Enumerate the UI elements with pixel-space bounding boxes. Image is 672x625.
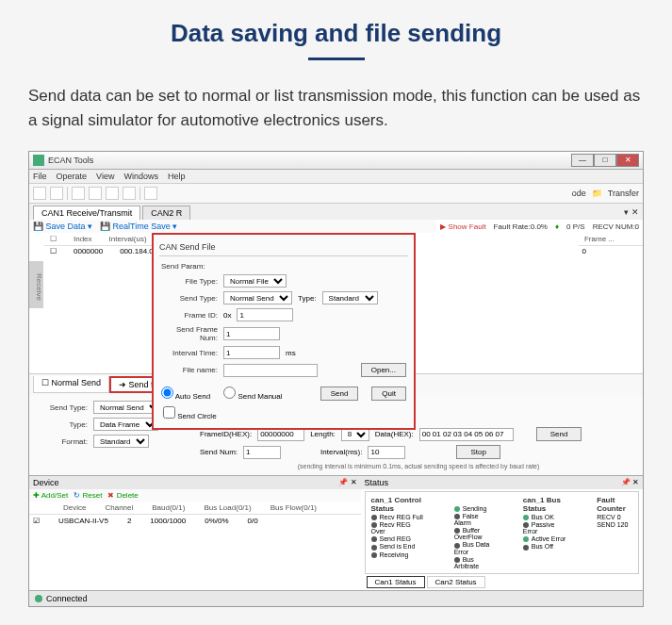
can-send-file-dialog: CAN Send File Send Param: File Type: Nor… xyxy=(152,233,416,430)
fault-rate: Fault Rate:0.0% xyxy=(494,222,548,231)
delete-button[interactable]: ✖ Delete xyxy=(107,491,138,500)
pause-icon[interactable] xyxy=(106,187,119,200)
file-type-select[interactable]: Normal File xyxy=(223,274,287,288)
new-icon[interactable] xyxy=(33,187,46,200)
device-row[interactable]: ☑ USBCAN-II-V5 2 1000/1000 0%/0% 0/0 xyxy=(29,515,361,527)
ps-value: 0 P/S xyxy=(566,222,585,231)
dialog-quit-button[interactable]: Quit xyxy=(371,387,406,401)
send-type-select[interactable]: Normal Send xyxy=(223,291,292,304)
add-set-button[interactable]: ✚ Add/Set xyxy=(33,491,68,500)
menu-view[interactable]: View xyxy=(96,172,114,181)
send-frame-num-input[interactable] xyxy=(223,327,280,340)
status-panel: can_1 Control Status Recv REG Full Recv … xyxy=(365,491,639,574)
type-select[interactable]: Standard xyxy=(322,291,378,304)
page-description: Send data can be set to normal or list t… xyxy=(0,70,672,146)
connected-led-icon xyxy=(35,595,42,602)
statusbar: Connected xyxy=(29,590,643,606)
status-panel-title: Status xyxy=(365,478,389,487)
tab-can1[interactable]: CAN1 Receive/Transmit xyxy=(33,206,140,220)
filter-icon[interactable] xyxy=(144,187,157,200)
ode-label: ode xyxy=(572,189,586,198)
folder-icon: 📁 xyxy=(592,189,602,198)
frame-type-select[interactable]: Data Frame xyxy=(93,418,158,431)
dialog-title: CAN Send File xyxy=(159,240,408,255)
recv-num: RECV NUM:0 xyxy=(593,222,639,231)
save-data-button[interactable]: 💾 Save Data ▾ xyxy=(33,222,92,231)
format-select[interactable]: Standard xyxy=(93,435,149,448)
sending-note: (sending interval is minimum 0.1ms, actu… xyxy=(200,461,637,471)
page-header: Data saving and file sending xyxy=(0,0,672,70)
menu-operate[interactable]: Operate xyxy=(57,172,88,181)
transfer-label[interactable]: Transfer xyxy=(608,189,639,198)
channel-tabs: CAN1 Receive/Transmit CAN2 R xyxy=(29,204,196,220)
send-num-input[interactable] xyxy=(243,446,281,459)
window-title: ECAN Tools xyxy=(48,156,571,165)
send-param-label: Send Param: xyxy=(161,260,406,272)
titlebar: ECAN Tools — □ ✕ xyxy=(29,152,643,170)
app-icon xyxy=(33,155,44,166)
normal-send-tab[interactable]: ☐ Normal Send xyxy=(33,376,109,393)
device-icon[interactable] xyxy=(72,187,85,200)
receive-side-tab[interactable]: Receive xyxy=(29,261,43,308)
receive-list-area: Receive ☐ Index Interval(us) Nu Se Frame… xyxy=(29,233,643,374)
menu-windows[interactable]: Windows xyxy=(123,172,158,181)
open-button[interactable]: Open... xyxy=(361,363,406,377)
send-button[interactable]: Send xyxy=(536,427,582,441)
reset-button[interactable]: ↻ Reset xyxy=(74,491,102,500)
auto-send-radio[interactable]: Auto Send xyxy=(161,387,210,401)
send-manual-radio[interactable]: Send Manual xyxy=(223,387,282,401)
menu-file[interactable]: File xyxy=(33,172,47,181)
file-name-input[interactable] xyxy=(223,364,318,377)
minimize-button[interactable]: — xyxy=(571,154,594,167)
tab-can2[interactable]: CAN2 R xyxy=(142,206,190,220)
can2-status-tab[interactable]: Can2 Status xyxy=(427,576,485,588)
table-row[interactable]: ☐ 0000000 000.184.022 xyxy=(44,246,168,256)
realtime-save-button[interactable]: 💾 RealTime Save ▾ xyxy=(100,222,177,231)
page-title: Data saving and file sending xyxy=(0,19,672,48)
data-input[interactable] xyxy=(419,428,514,441)
title-underline xyxy=(308,58,365,60)
save-icon[interactable] xyxy=(50,187,63,200)
interval-ms-input[interactable] xyxy=(368,446,405,459)
interval-input[interactable] xyxy=(223,346,280,359)
close-button[interactable]: ✕ xyxy=(616,154,639,167)
col-frame: Frame ... xyxy=(584,235,615,243)
config-icon[interactable] xyxy=(89,187,102,200)
play-icon[interactable] xyxy=(123,187,136,200)
menubar: File Operate View Windows Help xyxy=(29,170,643,184)
dialog-send-button[interactable]: Send xyxy=(320,387,359,401)
col-index: Index xyxy=(74,235,92,243)
main-toolbar: ode 📁 Transfer xyxy=(29,184,643,204)
stop-button[interactable]: Stop xyxy=(456,445,500,459)
app-window: ECAN Tools — □ ✕ File Operate View Windo… xyxy=(28,151,644,607)
connection-status: Connected xyxy=(46,594,88,603)
can1-status-tab[interactable]: Can1 Status xyxy=(367,576,425,588)
device-panel-title: Device xyxy=(33,478,59,487)
send-circle-check[interactable]: Send Circle xyxy=(163,412,217,420)
frame-id-input[interactable] xyxy=(237,308,293,321)
maximize-button[interactable]: □ xyxy=(594,154,616,167)
menu-help[interactable]: Help xyxy=(168,172,186,181)
show-fault-button[interactable]: ▶ Show Fault xyxy=(440,222,485,231)
col-interval: Interval(us) xyxy=(109,235,147,243)
